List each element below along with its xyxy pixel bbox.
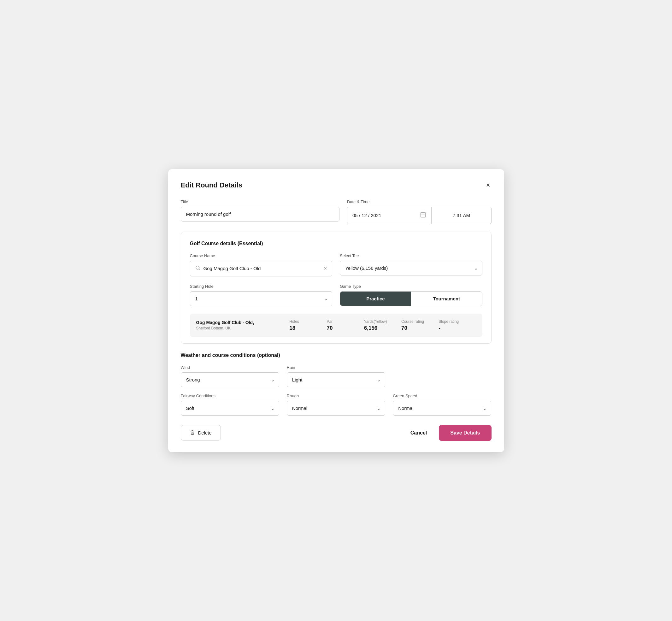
hole-select[interactable]: 1234 5678 910 (190, 291, 333, 306)
hole-gametype-row: Starting Hole 1234 5678 910 ⌄ Game Type … (190, 284, 482, 306)
slope-rating-label: Slope rating (438, 319, 459, 324)
par-label: Par (327, 319, 333, 324)
slope-rating-stat: Slope rating - (438, 319, 476, 331)
wind-group: Wind StrongLightModerateNone ⌄ (181, 365, 279, 387)
date-value: 05 / 12 / 2021 (352, 213, 381, 218)
rough-select[interactable]: NormalSoftHardThick (287, 401, 385, 416)
green-speed-select-wrapper: NormalSlowFastVery Fast ⌄ (393, 401, 491, 416)
rough-label: Rough (287, 394, 385, 398)
rain-label: Rain (287, 365, 385, 370)
fairway-select[interactable]: SoftNormalHardWet (181, 401, 279, 416)
rain-select[interactable]: LightNoneModerateHeavy (287, 372, 385, 387)
wind-select-wrapper: StrongLightModerateNone ⌄ (181, 372, 279, 387)
course-name-label: Course Name (190, 253, 333, 258)
starting-hole-label: Starting Hole (190, 284, 333, 289)
rain-select-wrapper: LightNoneModerateHeavy ⌄ (287, 372, 385, 387)
delete-label: Delete (198, 430, 212, 436)
holes-label: Holes (289, 319, 299, 324)
tournament-button[interactable]: Tournament (411, 292, 482, 306)
green-speed-label: Green Speed (393, 394, 491, 398)
cancel-button[interactable]: Cancel (407, 426, 430, 440)
save-button[interactable]: Save Details (439, 425, 491, 441)
title-datetime-row: Title Date & Time 05 / 12 / 2021 (181, 199, 492, 224)
time-value: 7:31 AM (453, 213, 470, 218)
course-name-input[interactable] (204, 266, 321, 271)
game-type-group: Game Type Practice Tournament (340, 284, 482, 306)
modal-header: Edit Round Details × (181, 180, 492, 190)
select-tee-label: Select Tee (340, 253, 482, 258)
course-rating-label: Course rating (401, 319, 424, 324)
svg-rect-0 (421, 212, 426, 217)
rough-select-wrapper: NormalSoftHardThick ⌄ (287, 401, 385, 416)
tee-select-wrapper: Yellow (6,156 yards) White Red ⌄ (340, 261, 482, 276)
date-time-group: 05 / 12 / 2021 (347, 207, 492, 224)
svg-line-5 (199, 269, 200, 270)
par-stat: Par 70 (327, 319, 364, 331)
course-name-group: Course Name × (190, 253, 333, 277)
footer-row: Delete Cancel Save Details (181, 425, 492, 441)
green-speed-group: Green Speed NormalSlowFastVery Fast ⌄ (393, 394, 491, 416)
fairway-rough-green-row: Fairway Conditions SoftNormalHardWet ⌄ R… (181, 394, 492, 416)
delete-button[interactable]: Delete (181, 425, 221, 441)
datetime-group: Date & Time 05 / 12 / 2021 (347, 199, 492, 224)
game-type-label: Game Type (340, 284, 482, 289)
hole-select-wrapper: 1234 5678 910 ⌄ (190, 291, 333, 306)
green-speed-select[interactable]: NormalSlowFastVery Fast (393, 401, 491, 416)
title-input[interactable] (181, 207, 339, 221)
time-field[interactable]: 7:31 AM (432, 207, 491, 224)
course-info-row: Gog Magog Golf Club - Old, Shelford Bott… (190, 314, 482, 337)
wind-rain-row: Wind StrongLightModerateNone ⌄ Rain Ligh… (181, 365, 492, 387)
course-rating-value: 70 (401, 325, 407, 331)
course-name-display: Gog Magog Golf Club - Old, (196, 320, 290, 325)
holes-stat: Holes 18 (289, 319, 327, 331)
trash-icon (190, 430, 195, 436)
title-label: Title (181, 199, 339, 204)
course-tee-row: Course Name × Select Tee Yell (190, 253, 482, 277)
datetime-label: Date & Time (347, 199, 492, 204)
wind-label: Wind (181, 365, 279, 370)
weather-section-title: Weather and course conditions (optional) (181, 353, 492, 358)
game-type-toggle: Practice Tournament (340, 291, 482, 306)
rain-group: Rain LightNoneModerateHeavy ⌄ (287, 365, 385, 387)
fairway-select-wrapper: SoftNormalHardWet ⌄ (181, 401, 279, 416)
title-group: Title (181, 199, 339, 224)
yards-label: Yards(Yellow) (364, 319, 387, 324)
yards-stat: Yards(Yellow) 6,156 (364, 319, 401, 331)
fairway-label: Fairway Conditions (181, 394, 279, 398)
date-field[interactable]: 05 / 12 / 2021 (347, 207, 432, 224)
slope-rating-value: - (438, 325, 440, 331)
par-value: 70 (327, 325, 333, 331)
yards-value: 6,156 (364, 325, 378, 331)
weather-section: Weather and course conditions (optional)… (181, 353, 492, 416)
calendar-icon (420, 211, 426, 219)
search-icon (195, 265, 200, 272)
starting-hole-group: Starting Hole 1234 5678 910 ⌄ (190, 284, 333, 306)
edit-round-modal: Edit Round Details × Title Date & Time 0… (168, 169, 504, 452)
fairway-group: Fairway Conditions SoftNormalHardWet ⌄ (181, 394, 279, 416)
modal-title: Edit Round Details (181, 181, 243, 189)
clear-icon[interactable]: × (324, 266, 327, 272)
practice-button[interactable]: Practice (340, 292, 411, 306)
golf-course-section: Golf Course details (Essential) Course N… (181, 232, 492, 344)
holes-value: 18 (289, 325, 295, 331)
tee-select[interactable]: Yellow (6,156 yards) White Red (340, 261, 482, 276)
golf-course-title: Golf Course details (Essential) (190, 241, 482, 246)
footer-right: Cancel Save Details (407, 425, 492, 441)
course-info-name: Gog Magog Golf Club - Old, Shelford Bott… (196, 320, 290, 330)
close-button[interactable]: × (485, 180, 492, 190)
course-location: Shelford Bottom, UK (196, 326, 290, 330)
course-search-field[interactable]: × (190, 261, 333, 277)
course-rating-stat: Course rating 70 (401, 319, 438, 331)
wind-select[interactable]: StrongLightModerateNone (181, 372, 279, 387)
select-tee-group: Select Tee Yellow (6,156 yards) White Re… (340, 253, 482, 277)
rough-group: Rough NormalSoftHardThick ⌄ (287, 394, 385, 416)
